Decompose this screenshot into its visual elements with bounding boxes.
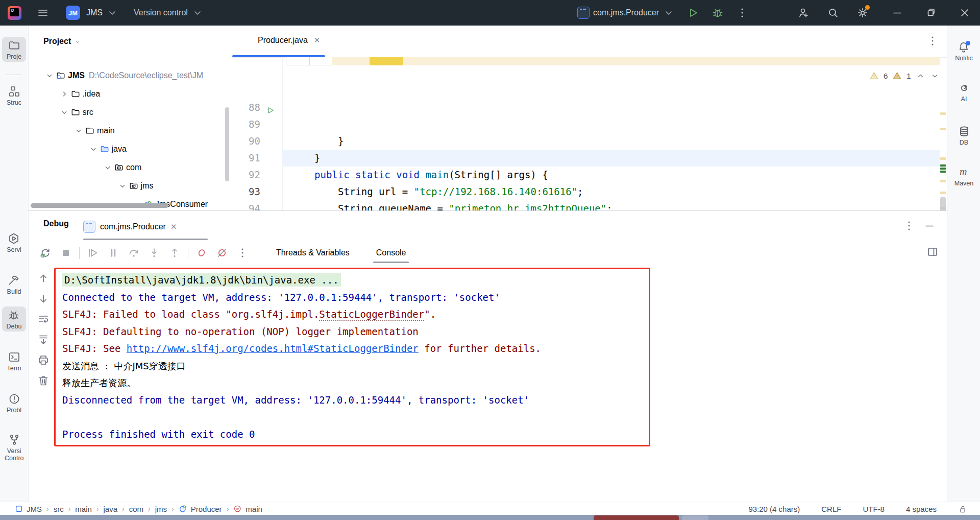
stop-button[interactable] bbox=[56, 247, 76, 259]
run-button[interactable] bbox=[687, 7, 699, 19]
view-breakpoints-button[interactable] bbox=[191, 247, 212, 259]
status-widget[interactable]: 4 spaces bbox=[906, 505, 937, 513]
tree-vertical-scrollbar[interactable] bbox=[225, 107, 229, 181]
debug-tab-close-icon[interactable]: ✕ bbox=[170, 222, 177, 231]
code-line-93[interactable]: 93 String text = "中介JMS穿透接口"; bbox=[232, 150, 947, 167]
minimize-button[interactable] bbox=[891, 7, 903, 19]
status-widget[interactable]: UTF-8 bbox=[863, 505, 885, 513]
pause-button[interactable] bbox=[103, 247, 124, 259]
editor-marker-bar[interactable] bbox=[940, 57, 946, 210]
main-menu-button[interactable] bbox=[37, 7, 49, 19]
tree-collapse-icon[interactable] bbox=[103, 163, 113, 172]
project-widget[interactable]: JMS bbox=[86, 7, 118, 19]
vcs-widget[interactable]: Version control bbox=[134, 7, 204, 19]
resume-button[interactable] bbox=[83, 247, 103, 259]
code-line-89[interactable]: 89 } bbox=[232, 82, 947, 99]
settings-button[interactable] bbox=[856, 7, 869, 19]
console-arrow-down-button[interactable] bbox=[37, 293, 50, 305]
tool-stripe-probl-button[interactable]: Probl bbox=[0, 390, 28, 416]
tree-collapse-icon[interactable] bbox=[89, 145, 99, 154]
line-number[interactable]: 92 bbox=[232, 167, 260, 183]
more-actions-button[interactable] bbox=[736, 7, 748, 19]
console-output[interactable]: D:\SoftInstall\java\jdk1.8\jdk\bin\java.… bbox=[62, 272, 756, 443]
tree-collapse-icon[interactable] bbox=[60, 108, 70, 117]
next-problem-icon[interactable] bbox=[930, 70, 940, 81]
tree-item-jms[interactable]: jms bbox=[118, 177, 154, 195]
code-editor[interactable]: 88 } 89 } 90 public static void main(Str… bbox=[232, 65, 947, 211]
tree-collapse-icon[interactable] bbox=[45, 71, 55, 80]
breadcrumb-jms[interactable]: JMS bbox=[14, 504, 42, 513]
console-trash-button[interactable] bbox=[37, 374, 50, 387]
tree-item-src[interactable]: src bbox=[60, 103, 93, 122]
code-line-90[interactable]: 90 public static void main(String[] args… bbox=[232, 99, 947, 116]
debug-button[interactable] bbox=[712, 7, 724, 19]
breadcrumb-src[interactable]: src bbox=[54, 505, 64, 513]
console-printer-button[interactable] bbox=[37, 354, 50, 366]
more-options-button[interactable] bbox=[232, 247, 253, 259]
tool-stripe-debu-button[interactable]: Debu bbox=[0, 306, 28, 332]
editor-scrollbar-thumb[interactable] bbox=[940, 197, 946, 211]
tool-stripe-versi-button[interactable]: Versi Contro bbox=[0, 431, 28, 464]
step-out-button[interactable] bbox=[164, 247, 185, 259]
inspection-widget[interactable]: 6 1 bbox=[865, 68, 944, 83]
breadcrumb-main[interactable]: mmain bbox=[233, 504, 262, 513]
line-number[interactable]: 94 bbox=[232, 200, 260, 211]
line-number[interactable]: 91 bbox=[232, 150, 260, 167]
step-over-button[interactable] bbox=[124, 247, 144, 259]
file-lock-icon[interactable] bbox=[958, 504, 967, 513]
tree-item-jms[interactable]: JMS D:\CodeSource\eclipse_test\JM bbox=[45, 66, 203, 85]
tool-stripe-more-button[interactable] bbox=[0, 130, 28, 149]
taskbar-app-indicator-2[interactable] bbox=[682, 515, 708, 520]
mute-breakpoints-button[interactable] bbox=[212, 247, 232, 259]
breadcrumb-producer[interactable]: Producer bbox=[179, 504, 222, 513]
tool-stripe-build-button[interactable]: Build bbox=[0, 272, 28, 297]
search-everywhere-button[interactable] bbox=[827, 7, 839, 19]
tool-stripe-proje-button[interactable]: Proje bbox=[0, 37, 28, 62]
restore-button[interactable] bbox=[925, 7, 937, 19]
tree-item-main[interactable]: main bbox=[74, 122, 115, 140]
taskbar-app-indicator[interactable] bbox=[594, 515, 679, 520]
status-widget[interactable]: 93:20 (4 chars) bbox=[748, 505, 800, 513]
debug-view-tab-console[interactable]: Console bbox=[376, 244, 406, 262]
project-view-header[interactable]: Project bbox=[43, 37, 81, 46]
tool-stripe-notific-button[interactable]: Notific bbox=[947, 38, 980, 64]
debug-panel-hide-icon[interactable] bbox=[923, 220, 936, 232]
code-line-88[interactable]: 88 } bbox=[232, 65, 947, 82]
layout-settings-icon[interactable] bbox=[926, 246, 939, 258]
tree-item-com[interactable]: com bbox=[103, 158, 141, 177]
line-number[interactable]: 90 bbox=[232, 133, 260, 150]
step-into-button[interactable] bbox=[144, 247, 164, 259]
code-line-91[interactable]: 91 String url = "tcp://192.168.16.140:61… bbox=[232, 116, 947, 133]
tool-stripe-term-button[interactable]: Term bbox=[0, 348, 28, 374]
tool-stripe-servi-button[interactable]: Servi bbox=[0, 230, 28, 255]
run-line-icon[interactable] bbox=[266, 101, 275, 118]
breadcrumb-jms[interactable]: jms bbox=[155, 505, 167, 513]
debug-view-tab-threadsvariables[interactable]: Threads & Variables bbox=[276, 244, 350, 262]
tree-collapse-icon[interactable] bbox=[74, 126, 84, 135]
line-number[interactable]: 88 bbox=[232, 99, 260, 116]
tool-stripe-ai-button[interactable]: AI bbox=[947, 79, 980, 105]
tree-item-java[interactable]: java bbox=[89, 140, 127, 158]
breadcrumb-main[interactable]: main bbox=[75, 505, 92, 513]
tab-close-icon[interactable]: ✕ bbox=[314, 36, 321, 45]
debug-panel-options-icon[interactable] bbox=[903, 220, 915, 232]
console-scroll-end-button[interactable] bbox=[37, 334, 50, 346]
prev-problem-icon[interactable] bbox=[916, 70, 925, 81]
editor-tab-producer-java[interactable]: Producer.java ✕ bbox=[232, 26, 331, 55]
tree-item-idea[interactable]: .idea bbox=[60, 85, 101, 103]
console-arrow-up-button[interactable] bbox=[37, 272, 50, 285]
editor-options-icon[interactable] bbox=[926, 35, 939, 47]
close-button[interactable] bbox=[959, 7, 971, 19]
breadcrumb-com[interactable]: com bbox=[129, 505, 143, 513]
tree-horizontal-scrollbar[interactable] bbox=[31, 203, 168, 208]
debug-session-tab[interactable]: com.jms.Producer ✕ bbox=[83, 216, 177, 238]
line-number[interactable]: 89 bbox=[232, 116, 260, 133]
status-widget[interactable]: CRLF bbox=[821, 505, 841, 513]
tool-stripe-maven-button[interactable]: m Maven bbox=[947, 163, 980, 189]
console-soft-wrap-button[interactable] bbox=[37, 313, 50, 325]
tree-collapse-icon[interactable] bbox=[118, 181, 128, 191]
console-link[interactable]: http://www.slf4j.org/codes.html#StaticLo… bbox=[127, 343, 419, 354]
tool-stripe-struc-button[interactable]: Struc bbox=[0, 83, 28, 108]
line-number[interactable]: 93 bbox=[232, 183, 260, 200]
run-configuration-widget[interactable]: com.jms.Producer bbox=[577, 7, 675, 19]
